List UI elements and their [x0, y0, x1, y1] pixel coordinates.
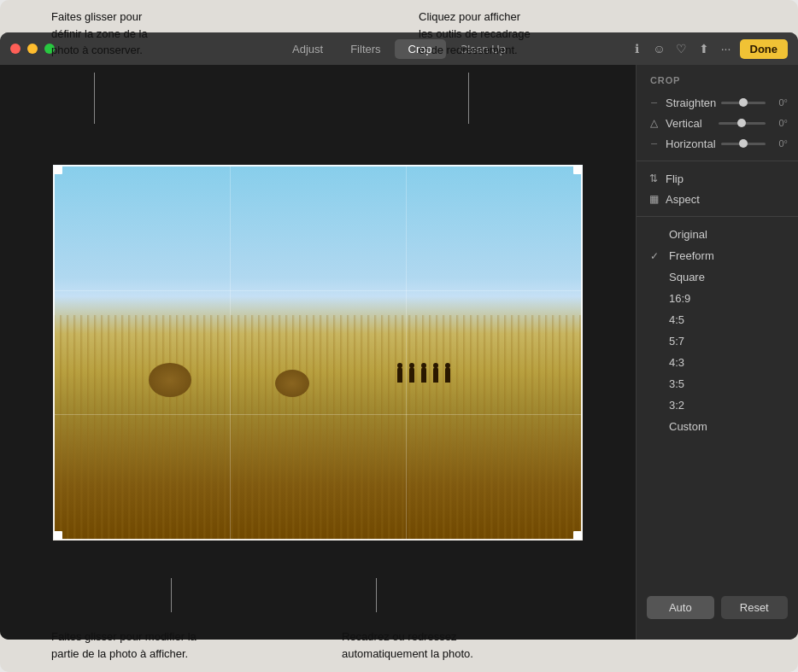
horizontal-slider[interactable]	[721, 143, 766, 145]
straighten-thumb	[739, 98, 748, 107]
minimize-button[interactable]	[27, 44, 38, 54]
tab-filters[interactable]: Filters	[337, 39, 394, 59]
sidebar: CROP ⏤ Straighten 0° △ Vertical	[636, 65, 798, 640]
traffic-lights	[10, 44, 55, 54]
aspect-option-3x5[interactable]: 3:5	[637, 373, 798, 394]
ann-line-bottomright	[376, 578, 377, 612]
aspect-icon: ▦	[647, 192, 660, 206]
straighten-label: Straighten	[666, 96, 716, 109]
annotation-bottom-left: Faites glisser pour modifier lapartie de…	[51, 628, 197, 662]
aspect-option-custom[interactable]: Custom	[637, 416, 798, 437]
ann-line-topright	[468, 73, 469, 124]
aspect-option-4x3[interactable]: 4:3	[637, 352, 798, 373]
sidebar-bottom: Auto Reset	[637, 586, 798, 629]
horizontal-thumb	[739, 139, 748, 148]
person-5	[445, 367, 450, 383]
aspect-option-16x9[interactable]: 16:9	[637, 288, 798, 309]
toolbar-right: ℹ ☺ ♡ ⬆ ··· Done	[629, 39, 789, 59]
person-3	[421, 367, 426, 383]
sidebar-section-title: CROP	[637, 75, 798, 92]
horizontal-value: 0°	[771, 138, 788, 149]
aspect-options: OriginalFreeformSquare16:94:55:74:33:53:…	[637, 224, 798, 437]
aspect-option-square[interactable]: Square	[637, 266, 798, 288]
person-4	[433, 367, 438, 383]
vertical-thumb	[737, 119, 746, 127]
smiley-icon[interactable]: ☺	[651, 40, 668, 57]
hay-bale-1	[149, 363, 191, 397]
people-group	[397, 367, 450, 383]
horizontal-icon: ⏤	[647, 137, 660, 150]
horizontal-label: Horizontal	[666, 137, 716, 150]
aspect-option-original[interactable]: Original	[637, 224, 798, 245]
horizontal-slider-container	[721, 143, 766, 145]
ann-line-bottomleft	[171, 578, 172, 612]
reset-button[interactable]: Reset	[721, 596, 789, 619]
info-icon[interactable]: ℹ	[629, 40, 646, 57]
straighten-slider-container	[721, 102, 766, 104]
field-detail	[53, 315, 583, 541]
flip-label: Flip	[666, 172, 684, 185]
photo-image	[53, 165, 583, 541]
auto-button[interactable]: Auto	[647, 596, 714, 619]
done-button[interactable]: Done	[740, 39, 789, 59]
straighten-icon: ⏤	[647, 96, 660, 109]
aspect-option-4x5[interactable]: 4:5	[637, 309, 798, 330]
straighten-value: 0°	[771, 97, 788, 108]
aspect-row[interactable]: ▦ Aspect	[637, 189, 798, 209]
vertical-icon: △	[647, 116, 660, 130]
divider-2	[637, 216, 798, 217]
vertical-slider-container	[719, 122, 766, 125]
vertical-value: 0°	[771, 118, 788, 128]
straighten-row: ⏤ Straighten 0°	[637, 92, 798, 113]
aspect-label: Aspect	[666, 193, 700, 206]
aspect-option-freeform[interactable]: Freeform	[637, 245, 798, 266]
horizontal-row: ⏤ Horizontal 0°	[637, 133, 798, 154]
annotation-bottom-right: Recadrez ou redressezautomatiquement la …	[342, 628, 473, 662]
heart-icon[interactable]: ♡	[673, 40, 690, 57]
more-icon[interactable]: ···	[718, 40, 735, 57]
annotation-top-right: Cliquez pour afficherles outils de recad…	[419, 9, 531, 59]
close-button[interactable]	[10, 44, 21, 54]
share-icon[interactable]: ⬆	[695, 40, 713, 57]
flip-icon: ⇅	[647, 172, 660, 185]
main-content: CROP ⏤ Straighten 0° △ Vertical	[0, 65, 798, 640]
divider-1	[637, 161, 798, 161]
tab-adjust[interactable]: Adjust	[279, 39, 337, 59]
straighten-slider[interactable]	[721, 102, 766, 104]
photo-container	[53, 165, 583, 541]
photo-area[interactable]	[0, 65, 636, 640]
aspect-option-3x2[interactable]: 3:2	[637, 394, 798, 416]
aspect-option-5x7[interactable]: 5:7	[637, 330, 798, 352]
vertical-label: Vertical	[666, 117, 713, 130]
ann-line-topleft	[94, 73, 95, 124]
vertical-row: △ Vertical 0°	[637, 113, 798, 133]
person-1	[397, 367, 402, 383]
person-2	[409, 367, 414, 383]
annotation-top-left: Faites glisser pourdéfinir la zone de la…	[51, 9, 148, 59]
flip-row[interactable]: ⇅ Flip	[637, 168, 798, 189]
vertical-slider[interactable]	[719, 122, 766, 125]
